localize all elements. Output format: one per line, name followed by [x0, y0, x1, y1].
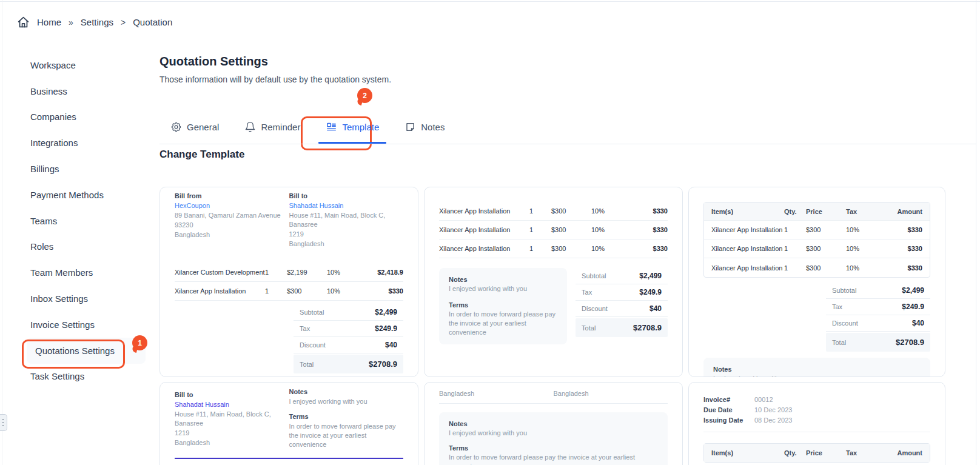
item-price: $300: [551, 226, 591, 233]
sidebar-item-payment-methods[interactable]: Payment Methods: [30, 182, 146, 208]
notes-label: Notes: [713, 365, 921, 374]
item-qty: 1: [265, 269, 287, 276]
item-qty: 1: [529, 207, 551, 215]
template-card-3[interactable]: Item(s) Qty. Price Tax Amount Xilancer A…: [688, 187, 945, 377]
breadcrumb-home-link[interactable]: Home: [37, 17, 61, 27]
item-qty: 1: [529, 226, 551, 233]
divider: [703, 432, 930, 432]
sidebar-item-invoice-settings[interactable]: Invoice Settings: [30, 312, 146, 338]
sidebar-item-team-members[interactable]: Team Members: [30, 259, 146, 286]
subtotal-label: Subtotal: [582, 272, 606, 279]
invoice-meta-block: Invoice#00012 Due Date10 Dec 2023 Issuin…: [703, 395, 930, 426]
col-amount: Amount: [878, 449, 922, 457]
item-price: $300: [551, 207, 591, 215]
debug-toolbar-handle[interactable]: [0, 414, 7, 431]
item-price: $300: [806, 245, 846, 252]
template-card-6[interactable]: Invoice#00012 Due Date10 Dec 2023 Issuin…: [688, 382, 945, 465]
notes-terms-box: Notes I enjoyed working with you Terms I…: [439, 412, 668, 465]
item-amount: $330: [358, 287, 403, 295]
invoice-number-label: Invoice#: [703, 395, 754, 405]
bill-to-address: House #11, Main Road, Block C, Banasree: [175, 410, 289, 428]
sidebar-item-task-settings[interactable]: Task Settings: [30, 364, 146, 390]
template-card-1[interactable]: Bill from HexCoupon 89 Banani, Qamarul Z…: [159, 187, 418, 377]
breadcrumb-separator: »: [69, 18, 73, 27]
items-table-header: Item(s) Qty. Price Tax Amount: [704, 202, 930, 221]
home-icon[interactable]: [17, 16, 30, 28]
due-date-value: 10 Dec 2023: [754, 405, 792, 415]
bill-to-country: Bangladesh: [175, 438, 289, 447]
invoice-item-row: Xilancer App Installation 1 $300 10% $33…: [439, 202, 668, 221]
sidebar-item-inbox-settings[interactable]: Inbox Settings: [30, 286, 146, 312]
invoice-item-row: Xilancer App Installation 1 $300 10% $33…: [704, 239, 930, 258]
item-qty: 1: [265, 287, 287, 295]
breadcrumb-settings-link[interactable]: Settings: [81, 17, 113, 27]
total-value: $2708.9: [896, 338, 924, 347]
sidebar-item-companies[interactable]: Companies: [30, 104, 146, 130]
invoice-item-row: Xilancer App Installation 1 $300 10% $33…: [704, 258, 930, 277]
issuing-date-value: 08 Dec 2023: [754, 415, 792, 426]
subtotal-value: $2,499: [902, 286, 924, 295]
template-card-5[interactable]: Bangladesh Bangladesh Notes I enjoyed wo…: [424, 382, 683, 465]
page-subtitle: Those information will by default use by…: [159, 75, 391, 84]
invoice-item-row: Xilancer App Installation 1 $300 10% $33…: [704, 221, 930, 239]
template-grid: Bill from HexCoupon 89 Banani, Qamarul Z…: [159, 187, 947, 465]
template-card-4[interactable]: Bill to Shahadat Hussain House #11, Main…: [159, 382, 418, 465]
item-name: Xilancer App Installation: [439, 226, 529, 233]
col-items: Item(s): [711, 208, 784, 215]
tax-label: Tax: [300, 325, 310, 332]
quotation-settings-page: Home » Settings > Quotation Workspace Bu…: [0, 0, 980, 465]
item-amount: $330: [623, 226, 668, 233]
items-table: Item(s) Qty. Price Tax Amount Xilancer A…: [703, 202, 930, 278]
bill-to-country: Bangladesh: [289, 239, 404, 249]
item-qty: 1: [784, 264, 806, 272]
sidebar-item-roles[interactable]: Roles: [30, 234, 146, 260]
bill-to-label: Bill to: [175, 390, 289, 400]
template-card-2[interactable]: Xilancer App Installation 1 $300 10% $33…: [424, 187, 683, 377]
totals-block: Subtotal$2,499 Tax$249.9 Discount$40 Tot…: [826, 283, 930, 352]
item-name: Xilancer App Installation: [711, 226, 784, 233]
sidebar-item-teams[interactable]: Teams: [30, 208, 146, 234]
total-value: $2708.9: [369, 360, 397, 369]
note-icon: [404, 121, 416, 133]
notes-terms-block: Notes I enjoyed working with you Terms I…: [289, 387, 404, 449]
sidebar-item-billings[interactable]: Billings: [30, 156, 146, 182]
item-price: $300: [287, 287, 327, 295]
total-value: $2708.9: [633, 323, 662, 332]
tab-general[interactable]: General: [169, 120, 220, 142]
bill-to-block: Bill to Shahadat Hussain House #11, Main…: [175, 390, 289, 449]
invoice-item-row: Xilancer Custom Development 1 $2,199 10%…: [175, 263, 403, 282]
bill-to-name: Shahadat Hussain: [175, 400, 289, 409]
tax-value: $249.9: [639, 288, 662, 296]
item-amount: $330: [623, 245, 668, 252]
sidebar-item-workspace[interactable]: Workspace: [30, 52, 146, 78]
tab-notes[interactable]: Notes: [403, 120, 446, 142]
tab-notes-label: Notes: [421, 122, 445, 132]
change-template-heading: Change Template: [159, 149, 244, 161]
item-amount: $2,418.9: [358, 269, 403, 276]
tax-label: Tax: [832, 303, 842, 310]
col-qty: Qty.: [784, 208, 806, 215]
discount-label: Discount: [300, 341, 326, 349]
tab-reminder[interactable]: Reminder: [243, 120, 301, 142]
sidebar-item-quotations-settings[interactable]: Quotations Settings: [27, 338, 146, 364]
total-label: Total: [300, 361, 314, 368]
invoice-item-row: Xilancer App Installation 1 $300 10% $33…: [175, 282, 403, 301]
sidebar-item-business[interactable]: Business: [30, 78, 146, 104]
bill-to-name: Shahadat Hussain: [289, 201, 404, 210]
item-name: Xilancer App Installation: [439, 207, 529, 215]
item-price: $2,199: [287, 269, 327, 276]
gear-icon: [170, 121, 182, 133]
items-table-header: Item(s) Qty. Price Tax Amount: [704, 444, 930, 462]
bill-from-postcode: 93230: [175, 221, 289, 230]
sidebar-item-integrations[interactable]: Integrations: [30, 130, 146, 156]
items-table: Item(s) Qty. Price Tax Amount: [703, 443, 930, 463]
tab-template[interactable]: Template: [324, 120, 380, 142]
invoice-item-row: Xilancer App Installation 1 $300 10% $33…: [439, 221, 668, 239]
item-price: $300: [806, 264, 846, 272]
annotation-step-badge-1: 1: [132, 335, 147, 350]
item-name: Xilancer App Installation: [711, 264, 784, 272]
terms-label: Terms: [449, 301, 557, 310]
tax-value: $249.9: [375, 324, 397, 333]
bill-from-label: Bill from: [175, 192, 289, 201]
item-name: Xilancer App Installation: [439, 245, 529, 252]
